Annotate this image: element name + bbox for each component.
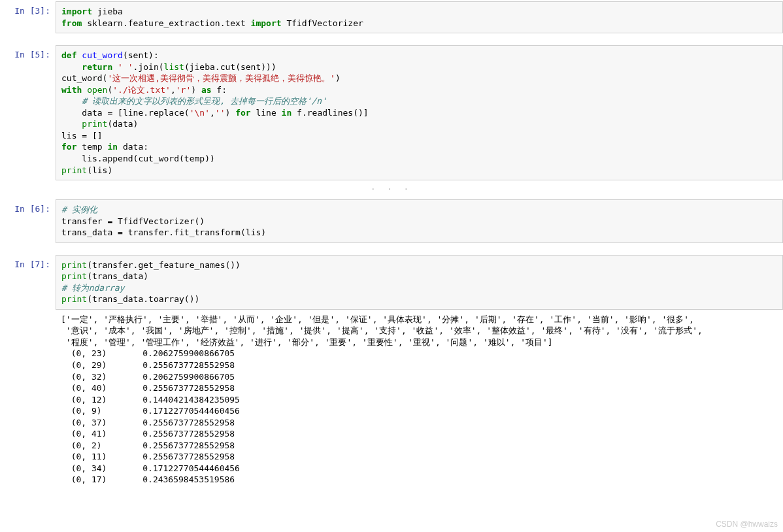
code-cell-5: In [5]: def cut_word(sent): return ' '.j… (0, 45, 783, 180)
code-line: from sklearn.feature_extraction.text imp… (61, 18, 777, 29)
code-cell-3: In [3]: import jieba from sklearn.featur… (0, 1, 783, 33)
code-cell-7: In [7]: print(transfer.get_feature_names… (0, 255, 783, 310)
prompt-in-3: In [3]: (0, 1, 56, 33)
code-input-3[interactable]: import jieba from sklearn.feature_extrac… (56, 1, 783, 33)
code-line: # 读取出来的文字以列表的形式呈现, 去掉每一行后的空格'/n' (61, 95, 777, 107)
prompt-in-5: In [5]: (0, 45, 56, 180)
code-line: return ' '.join(list(jieba.cut(sent))) (61, 61, 777, 73)
code-line: print(lis) (61, 165, 777, 176)
code-line: import jieba (61, 6, 777, 18)
collapsed-output-ellipsis[interactable]: . . . (0, 180, 783, 195)
code-input-7[interactable]: print(transfer.get_feature_names()) prin… (56, 255, 783, 310)
code-line: with open('./论文.txt','r') as f: (61, 84, 777, 96)
code-line: transfer = TfidfVectorizer() (61, 216, 777, 227)
code-line: cut_word('这一次相遇,美得彻骨，美得震颤，美得孤绝，美得惊艳。') (61, 73, 777, 84)
output-cell-7: ['一定', '严格执行', '主要', '举措', '从而', '企业', '… (0, 311, 783, 488)
code-line: # 实例化 (61, 204, 777, 216)
code-line: def cut_word(sent): (61, 50, 777, 61)
code-line: print(trans_data.toarray()) (61, 293, 777, 305)
code-input-5[interactable]: def cut_word(sent): return ' '.join(list… (56, 45, 783, 180)
code-line: lis = [] (61, 130, 777, 142)
prompt-out-7 (0, 311, 56, 488)
code-cell-6: In [6]: # 实例化 transfer = TfidfVectorizer… (0, 199, 783, 243)
code-line: for temp in data: (61, 141, 777, 153)
code-line: print(transfer.get_feature_names()) (61, 259, 777, 271)
code-input-6[interactable]: # 实例化 transfer = TfidfVectorizer() trans… (56, 199, 783, 243)
code-line: data = [line.replace('\n','') for line i… (61, 107, 777, 119)
code-line: lis.append(cut_word(temp)) (61, 153, 777, 165)
code-line: print(trans_data) (61, 271, 777, 282)
prompt-in-6: In [6]: (0, 199, 56, 243)
output-area-7: ['一定', '严格执行', '主要', '举措', '从而', '企业', '… (56, 311, 783, 488)
code-line: # 转为ndarray (61, 282, 777, 294)
code-line: trans_data = transfer.fit_transform(lis) (61, 227, 777, 239)
prompt-in-7: In [7]: (0, 255, 56, 310)
code-line: print(data) (61, 118, 777, 130)
